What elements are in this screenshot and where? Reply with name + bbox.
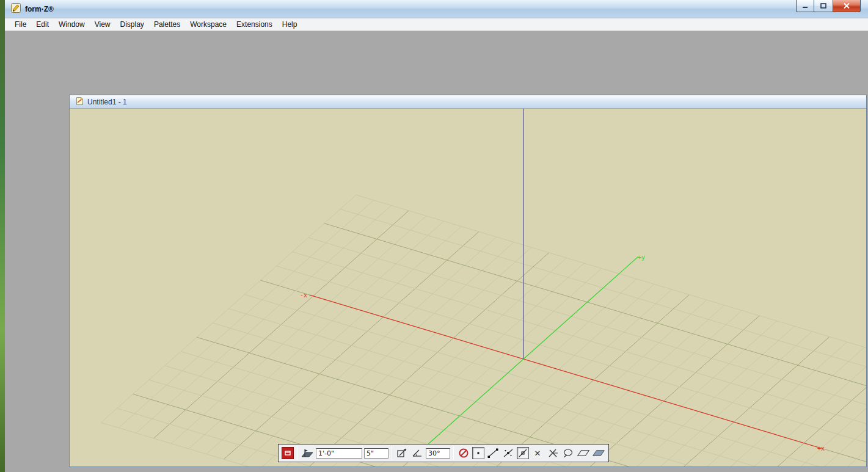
angle-input[interactable] <box>426 448 450 459</box>
distance-input[interactable] <box>316 448 362 459</box>
snap-to-segment-button[interactable] <box>517 447 529 459</box>
menu-help[interactable]: Help <box>277 18 302 31</box>
menu-extensions[interactable]: Extensions <box>232 18 277 31</box>
menubar: File Edit Window View Display Palettes W… <box>5 18 868 31</box>
document-icon <box>75 96 84 107</box>
app-title: form·Z® <box>25 5 54 13</box>
palette-handle-icon[interactable] <box>282 447 294 459</box>
app-titlebar[interactable]: form·Z® <box>5 0 868 18</box>
snap-to-point-button[interactable] <box>472 447 484 459</box>
menu-edit[interactable]: Edit <box>31 18 54 31</box>
app-icon <box>11 3 21 15</box>
snap-to-intersection-icon[interactable]: ✕ <box>531 446 544 460</box>
angle-snap-icon[interactable] <box>410 446 424 460</box>
maximize-icon <box>820 2 827 9</box>
x-axis-negative-label: -x <box>300 292 307 299</box>
height-input[interactable] <box>364 448 388 459</box>
reference-plane-icon[interactable] <box>301 446 314 460</box>
document-title: Untitled1 - 1 <box>87 98 127 106</box>
document-titlebar[interactable]: Untitled1 - 1 <box>70 95 866 109</box>
y-axis-positive-label: +y <box>638 254 645 261</box>
menu-workspace[interactable]: Workspace <box>185 18 232 31</box>
perspective-grid <box>101 195 867 467</box>
minimize-icon <box>801 3 809 9</box>
snap-to-face-icon[interactable] <box>577 446 590 460</box>
snap-to-endpoint-icon[interactable] <box>486 446 500 460</box>
input-palette: ✕ <box>278 444 609 462</box>
close-icon <box>843 2 850 9</box>
window-controls <box>796 0 861 12</box>
app-client-area: Untitled1 - 1 -x +x +y <box>5 31 868 472</box>
close-button[interactable] <box>833 0 861 12</box>
snap-to-midpoint-icon[interactable] <box>501 446 515 460</box>
document-window: Untitled1 - 1 -x +x +y <box>69 95 867 467</box>
minimize-button[interactable] <box>796 0 814 12</box>
snap-to-face-filled-icon[interactable] <box>592 446 605 460</box>
separator <box>453 446 454 460</box>
separator <box>297 446 297 460</box>
maximize-button[interactable] <box>814 0 833 12</box>
snap-tangent-icon[interactable] <box>561 446 575 460</box>
no-snap-icon[interactable] <box>457 446 470 460</box>
snap-perpendicular-icon[interactable] <box>546 446 560 460</box>
menu-file[interactable]: File <box>10 18 31 31</box>
formz-app-window: form·Z® File Edit Window View Display Pa… <box>5 0 868 472</box>
menu-window[interactable]: Window <box>54 18 90 31</box>
x-axis-positive-label: +x <box>817 445 825 452</box>
menu-display[interactable]: Display <box>115 18 149 31</box>
modeling-viewport[interactable]: -x +x +y <box>70 109 866 467</box>
direction-snap-icon[interactable] <box>395 446 409 460</box>
separator <box>392 446 392 460</box>
menu-view[interactable]: View <box>90 18 115 31</box>
menu-palettes[interactable]: Palettes <box>149 18 185 31</box>
